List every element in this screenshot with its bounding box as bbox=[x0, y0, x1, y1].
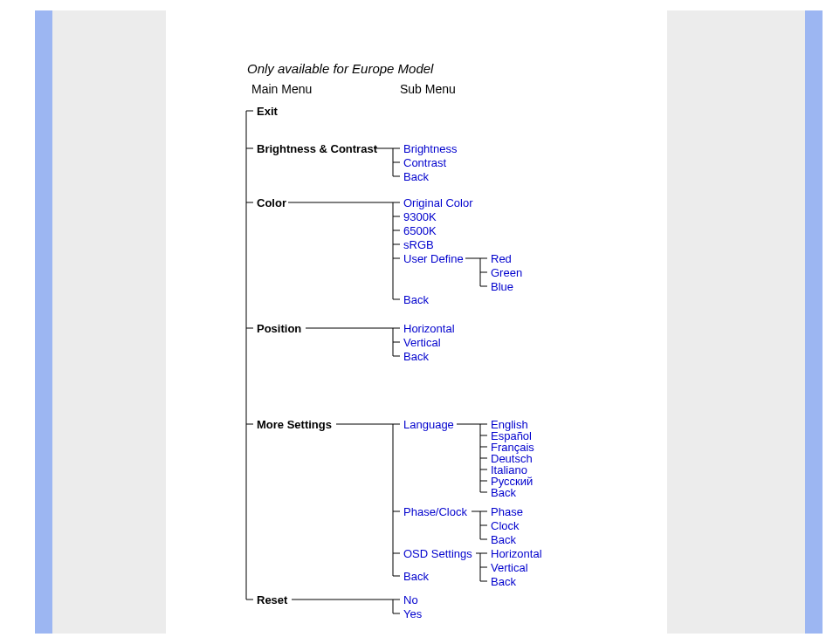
sub-brightness: Brightness bbox=[403, 142, 457, 155]
sub-reset-yes: Yes bbox=[403, 607, 422, 620]
sub-pc-back: Back bbox=[491, 533, 516, 546]
title: Only available for Europe Model bbox=[247, 61, 433, 76]
sub-clock: Clock bbox=[491, 519, 520, 532]
sub-osd: OSD Settings bbox=[403, 547, 472, 560]
sub-phase-clock: Phase/Clock bbox=[403, 505, 467, 518]
main-brightness-contrast: Brightness & Contrast bbox=[257, 142, 377, 155]
main-exit: Exit bbox=[257, 105, 278, 118]
sub-phase: Phase bbox=[491, 505, 523, 518]
sub-9300k: 9300K bbox=[403, 210, 437, 223]
sub-color-back: Back bbox=[403, 293, 429, 306]
header-main-menu: Main Menu bbox=[251, 82, 312, 96]
sub-contrast: Contrast bbox=[403, 156, 446, 169]
sub-red: Red bbox=[491, 252, 512, 265]
page: Only available for Europe Model Main Men… bbox=[0, 0, 833, 644]
decor-bar-right bbox=[805, 10, 823, 634]
sub-blue: Blue bbox=[491, 280, 513, 293]
sub-6500k: 6500K bbox=[403, 224, 437, 237]
decor-panel-right bbox=[667, 10, 805, 634]
sub-bc-back: Back bbox=[403, 170, 429, 183]
sub-green: Green bbox=[491, 266, 522, 279]
decor-panel-left bbox=[52, 10, 166, 634]
header-sub-menu: Sub Menu bbox=[400, 82, 456, 96]
sub-language: Language bbox=[403, 418, 454, 431]
sub-pos-horizontal: Horizontal bbox=[403, 322, 455, 335]
sub-pos-vertical: Vertical bbox=[403, 336, 441, 349]
sub-reset-no: No bbox=[403, 593, 418, 606]
sub-ms-back: Back bbox=[403, 570, 429, 583]
sub-osd-vertical: Vertical bbox=[491, 561, 528, 574]
main-position: Position bbox=[257, 322, 301, 335]
sub-lang-back: Back bbox=[491, 486, 516, 499]
sub-osd-back: Back bbox=[491, 575, 516, 588]
document-area: Only available for Europe Model Main Men… bbox=[166, 10, 667, 634]
sub-user-define: User Define bbox=[403, 252, 464, 265]
sub-srgb: sRGB bbox=[403, 238, 434, 251]
sub-original-color: Original Color bbox=[403, 196, 472, 209]
sub-pos-back: Back bbox=[403, 350, 429, 363]
sub-osd-horizontal: Horizontal bbox=[491, 547, 542, 560]
main-reset: Reset bbox=[257, 593, 287, 606]
main-more-settings: More Settings bbox=[257, 418, 332, 431]
main-color: Color bbox=[257, 196, 286, 209]
decor-bar-left bbox=[35, 10, 52, 634]
